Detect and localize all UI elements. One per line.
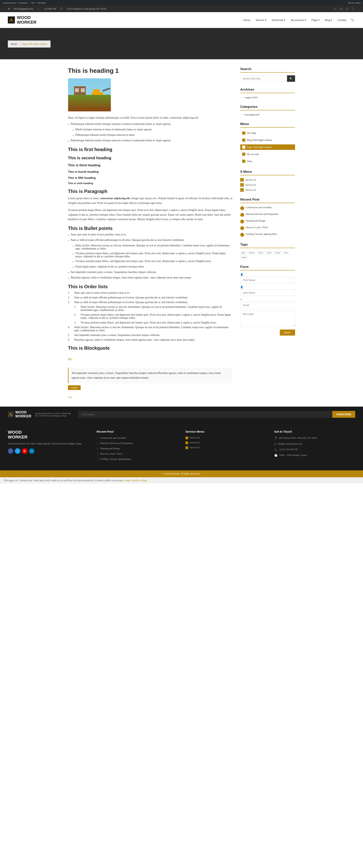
footer-service-3[interactable]: Service 01 — [185, 446, 267, 449]
recent-post-5[interactable]: Fuelling Curiosity, Igniting Ideas — [240, 232, 295, 237]
email-address: info234@gmail.com — [14, 7, 33, 10]
admin-customize[interactable]: Customize — [19, 2, 28, 4]
nav-myaccount[interactable]: My account ▾ — [289, 17, 308, 23]
s-menu-item-3[interactable]: ▪ Service 01 — [240, 188, 295, 192]
email-input[interactable] — [240, 302, 295, 308]
admin-edit-page[interactable]: Edit Page — [37, 2, 46, 4]
list-icon-2: ▪ — [68, 139, 69, 143]
footer-recent-post-title: Recent Post — [97, 430, 178, 433]
svg-rect-7 — [75, 88, 79, 92]
admin-site-name[interactable]: woodworker.pro — [2, 2, 17, 4]
coming-soon-bar: This page is in "Coming Soon" mode and i… — [0, 477, 363, 484]
tag-cloth[interactable]: Cloth — [257, 251, 264, 254]
search-button[interactable]: 🔍 — [287, 75, 295, 82]
footer-post-3[interactable]: ✓ Planning and Design — [97, 447, 178, 450]
breadcrumb-home-link[interactable]: Home — [11, 42, 17, 45]
email-group: ✉ — [240, 298, 295, 308]
tag-poor[interactable]: Poor — [282, 251, 290, 254]
menu-item-account[interactable]: My account — [240, 151, 295, 157]
admin-new[interactable]: + New — [30, 2, 35, 4]
coming-soon-text: This page is in "Coming Soon" mode and i… — [4, 479, 123, 482]
tag-stand[interactable]: Stand — [274, 251, 281, 254]
svg-rect-10 — [94, 89, 99, 93]
message-textarea[interactable] — [240, 311, 295, 327]
heading-third: This is third heading — [68, 163, 233, 167]
bullet-main-2: ▪ Nam ac nibh id turpis efficitur pellen… — [68, 239, 233, 242]
social-linkedin[interactable]: in — [345, 7, 349, 11]
menu-item-page[interactable]: Page With Right Sidebar — [240, 145, 295, 150]
social-facebook[interactable]: f — [351, 7, 355, 11]
newsletter-form: SUBSCRIBE — [78, 411, 355, 418]
menu-icon-account — [242, 153, 245, 156]
first-name-group: 👤 — [240, 273, 295, 283]
send-button[interactable]: Send — [280, 330, 295, 336]
admin-howdy: Howdy, admin — [348, 2, 361, 4]
tag-gold[interactable]: Gold — [266, 251, 273, 254]
rp-dot-5 — [240, 233, 244, 237]
footer-service-2[interactable]: Service 02 — [185, 441, 267, 444]
intro-text: Nunc vel ligula in augue tristique pelle… — [68, 116, 233, 120]
change-visibility-link[interactable]: change visibility settings — [124, 479, 147, 482]
footer-col-service-menu: Service Menu Service 03 Service 02 Servi… — [185, 430, 267, 463]
nav-blog[interactable]: Blog ▾ — [323, 17, 335, 23]
nav-service[interactable]: Service ▾ — [253, 17, 269, 23]
search-input[interactable] — [240, 75, 287, 82]
last-name-input[interactable] — [240, 289, 295, 296]
footer-col-recent-post: Recent Post ✓ Construction and Assembly … — [97, 430, 178, 463]
newsletter-subscribe-button[interactable]: SUBSCRIBE — [332, 411, 355, 418]
search-icon[interactable]: 🔍 — [350, 17, 355, 23]
social-x[interactable]: 𝕏 — [333, 7, 337, 11]
footer-social-linkedin[interactable]: in — [29, 448, 34, 454]
tags-widget-title: Tags — [240, 243, 295, 248]
recent-post-4[interactable]: Discover, Learn, Thrive — [240, 226, 295, 230]
footer-social-youtube[interactable]: ▶ — [22, 448, 27, 454]
footer-check-icon-3: ✓ — [97, 447, 99, 450]
s-menu-item-2[interactable]: ▪ Service 02 — [240, 183, 295, 187]
footer-service-1[interactable]: Service 03 — [185, 436, 267, 439]
footer-logo-area: WOOD WORKER — [8, 430, 89, 439]
order-heading: This is Order lists — [68, 284, 233, 289]
rp-dot-2 — [240, 213, 244, 217]
breadcrumb: Home → Page With Right Sidebar — [8, 40, 51, 48]
svg-point-14 — [98, 96, 102, 100]
footer-post-4[interactable]: ✓ Discover, Learn, Thrive — [97, 452, 178, 456]
s-menu-item-1[interactable]: ▪ Service 03 — [240, 178, 295, 182]
tag-brand[interactable]: Brand — [248, 251, 256, 254]
order-item-6: 6 Phasellus egestas, nulla et vestibulum… — [68, 338, 233, 341]
footer-social-twitter[interactable]: t — [15, 448, 20, 454]
menu-item-blog[interactable]: Blog With Right Sidebar — [240, 137, 295, 143]
newsletter-email-input[interactable] — [78, 411, 332, 418]
bullet-heading: This is Bullet points — [68, 226, 233, 231]
footer-social-facebook[interactable]: f — [8, 448, 13, 454]
edit-link[interactable]: Edit — [68, 396, 233, 399]
recent-post-3[interactable]: Planning and Design — [240, 219, 295, 223]
menu-item-sitemap[interactable]: Site Map — [240, 130, 295, 136]
archive-arrow-icon: → — [240, 96, 243, 99]
nav-shortcode[interactable]: Shortcode ▾ — [269, 17, 288, 23]
first-name-input[interactable] — [240, 277, 295, 283]
tag-bed[interactable]: Bed — [240, 251, 246, 254]
recent-post-1[interactable]: Construction and Assembly — [240, 206, 295, 210]
first-name-icon: 👤 — [240, 273, 295, 276]
footer-socials: f t ▶ in — [8, 448, 89, 454]
logo[interactable]: WOOD WORKER — [8, 15, 36, 25]
nav-page[interactable]: Page ▾ — [309, 17, 322, 23]
footer-post-5[interactable]: ✓ Fuelling Curiosity, Igniting Ideas — [97, 458, 178, 461]
nav-home[interactable]: Home — [241, 17, 252, 23]
menu-item-shop[interactable]: Shop — [240, 158, 295, 164]
breadcrumb-separator: → — [19, 42, 21, 45]
social-instagram[interactable]: IG — [339, 7, 343, 11]
recent-post-2[interactable]: Material Selection and Preparation — [240, 213, 295, 217]
footer-service-menu-title: Service Menu — [185, 430, 267, 433]
bullet-sub-list: ▪ Nulla facilisi. Maecenas lacinia ac ni… — [73, 244, 233, 269]
categories-widget: Categories → Uncategorized — [240, 105, 295, 116]
menu-widget: Menu Site Map Blog With Right Sidebar Pa… — [240, 122, 295, 164]
sidebar: Search 🔍 Archives → August 2024 Categori… — [240, 67, 295, 399]
nav-contact[interactable]: Contact — [335, 17, 349, 23]
tag-silver[interactable]: Silver — [240, 255, 248, 259]
footer-post-1[interactable]: ✓ Construction and Assembly — [97, 436, 178, 440]
footer-post-2[interactable]: ✓ Material Selection and Preparation — [97, 442, 178, 445]
svg-rect-4 — [68, 79, 111, 112]
footer-bottom: © 2024 Elementor All Rights Reserved - — [0, 470, 363, 477]
order-sub-item-3: 3 Vivamus pretium neque libero, sed dign… — [74, 321, 233, 324]
